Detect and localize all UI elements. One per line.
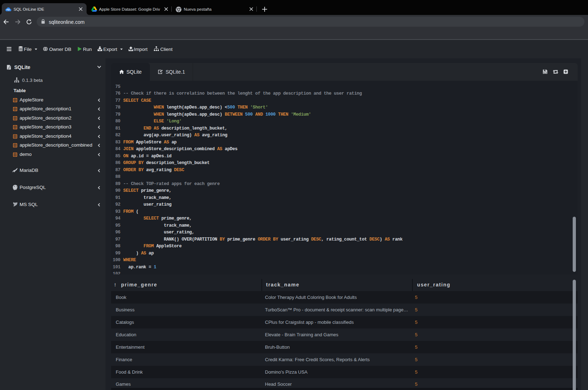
svg-text:SQL: SQL — [6, 9, 10, 11]
